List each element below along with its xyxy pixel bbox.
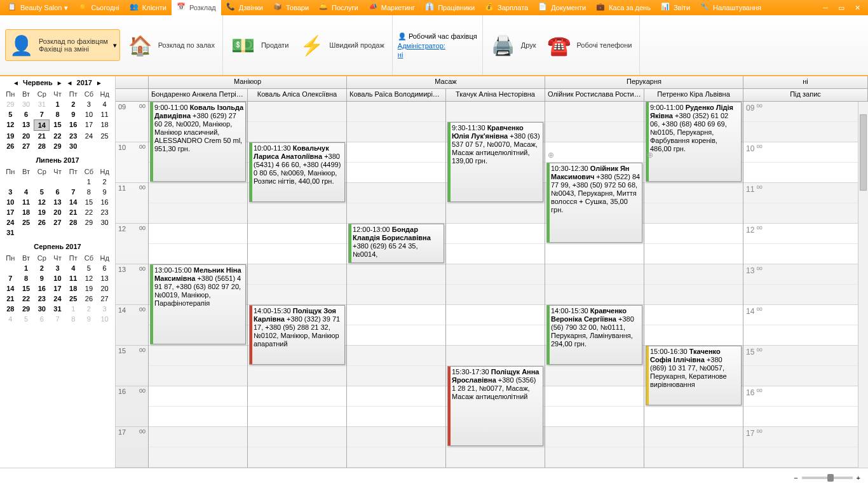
calendar-day[interactable]: 16 bbox=[34, 283, 50, 294]
calendar-day[interactable]: 18 bbox=[18, 207, 34, 217]
calendar-day[interactable]: 11 bbox=[97, 109, 112, 119]
minimize-button[interactable]: ─ bbox=[818, 4, 833, 11]
top-tab-1[interactable]: 👥Клієнти bbox=[125, 0, 172, 15]
top-tab-5[interactable]: 🛎️Послуги bbox=[314, 0, 363, 15]
schedule-by-specialist-button[interactable]: 👤 Розклад по фахівцямФахівці на зміні ▾ bbox=[5, 29, 120, 61]
calendar-day[interactable]: 26 bbox=[3, 141, 18, 151]
calendar-day[interactable]: 3 bbox=[81, 99, 97, 109]
appointment[interactable]: 15:30-17:30 Поліщук Анна Ярославівна +38… bbox=[447, 366, 543, 446]
quick-sell-button[interactable]: ⚡ Швидкий продаж bbox=[296, 30, 387, 60]
calendar-day[interactable]: 21 bbox=[3, 294, 18, 304]
calendar-day[interactable]: 1 bbox=[50, 99, 65, 109]
appointment[interactable]: 10:30-12:30 Олійник Ян Максимович +380 (… bbox=[546, 163, 642, 243]
calendar-day[interactable]: 27 bbox=[50, 217, 65, 227]
calendar-day[interactable]: 6 bbox=[18, 109, 34, 119]
calendar-day[interactable]: 9 bbox=[34, 273, 50, 283]
calendar-day[interactable]: 28 bbox=[65, 217, 81, 227]
month-prev-icon[interactable]: ◄ bbox=[13, 79, 19, 86]
calendar-day[interactable]: 12 bbox=[3, 119, 18, 131]
sell-button[interactable]: 💵 Продати bbox=[228, 30, 291, 60]
calendar-day[interactable]: 29 bbox=[50, 141, 65, 151]
zoom-slider[interactable] bbox=[802, 477, 853, 479]
calendar-day[interactable]: 2 bbox=[34, 263, 50, 273]
calendar-day[interactable]: 6 bbox=[50, 187, 65, 197]
calendar-day[interactable]: 14 bbox=[3, 283, 18, 294]
calendar-day[interactable]: 2 bbox=[97, 177, 112, 187]
day-column[interactable]: 10:30-12:30 Олійник Ян Максимович +380 (… bbox=[545, 102, 644, 468]
calendar-day[interactable]: 28 bbox=[3, 304, 18, 314]
calendar-day[interactable]: 5 bbox=[81, 263, 97, 273]
calendar-day[interactable]: 25 bbox=[18, 217, 34, 227]
calendar-day[interactable]: 9 bbox=[65, 109, 81, 119]
calendar-day[interactable]: 14 bbox=[34, 119, 50, 131]
calendar-day[interactable]: 20 bbox=[18, 131, 34, 141]
calendar-day[interactable]: 30 bbox=[65, 141, 81, 151]
appointment[interactable]: 9:30-11:30 Кравченко Юлія Лук'янівна +38… bbox=[447, 122, 543, 202]
calendar-day[interactable]: 7 bbox=[3, 273, 18, 283]
calendar-day[interactable]: 22 bbox=[18, 294, 34, 304]
calendar-day[interactable]: 4 bbox=[97, 99, 112, 109]
calendar-day[interactable]: 1 bbox=[18, 263, 34, 273]
work-phones-button[interactable]: ☎️ Робочі телефони bbox=[543, 30, 634, 60]
calendar-day[interactable]: 8 bbox=[50, 109, 65, 119]
print-button[interactable]: 🖨️ Друк bbox=[488, 30, 539, 60]
calendar-day[interactable]: 8 bbox=[18, 273, 34, 283]
appointment[interactable]: 14:00-15:30 Кравченко Вероніка Сергіївна… bbox=[546, 305, 642, 365]
day-column[interactable]: 9:00-11:00 Коваль Ізольда Давидівна +380… bbox=[149, 102, 248, 468]
calendar-day[interactable]: 24 bbox=[3, 217, 18, 227]
calendar-day[interactable]: 2 bbox=[65, 99, 81, 109]
top-tab-7[interactable]: 👔Працівники bbox=[420, 0, 480, 15]
calendar-day[interactable]: 21 bbox=[65, 207, 81, 217]
day-column[interactable]: 9:00-11:00 Руденко Лідія Яківна +380 (35… bbox=[644, 102, 743, 468]
calendar-day[interactable]: 25 bbox=[65, 294, 81, 304]
calendar-day[interactable]: 13 bbox=[18, 119, 34, 131]
calendar-day[interactable]: 11 bbox=[65, 273, 81, 283]
calendar-day[interactable]: 1 bbox=[81, 177, 97, 187]
calendar-day[interactable]: 20 bbox=[97, 283, 112, 294]
calendar-day[interactable]: 5 bbox=[34, 187, 50, 197]
calendar-day[interactable]: 19 bbox=[81, 283, 97, 294]
calendar-day[interactable]: 31 bbox=[3, 227, 18, 238]
top-tab-12[interactable]: 🔧Налаштування bbox=[695, 0, 766, 15]
calendar-day[interactable]: 8 bbox=[81, 187, 97, 197]
appointment[interactable]: 15:00-16:30 Ткаченко Софія Іллічівна +38… bbox=[646, 346, 742, 405]
schedule-by-room-button[interactable]: 🏠 Розклад по залах bbox=[125, 30, 217, 60]
calendar-day[interactable]: 24 bbox=[81, 131, 97, 141]
top-tab-2[interactable]: 📅Розклад bbox=[172, 0, 221, 15]
calendar-day[interactable]: 18 bbox=[65, 283, 81, 294]
calendar-day[interactable]: 29 bbox=[18, 304, 34, 314]
calendar-day[interactable]: 15 bbox=[18, 283, 34, 294]
day-column[interactable]: 09 0010 0011 0012 0013 0014 0015 0016 00… bbox=[743, 102, 868, 468]
day-column[interactable]: 9:30-11:30 Кравченко Юлія Лук'янівна +38… bbox=[446, 102, 545, 468]
calendar-day[interactable]: 27 bbox=[97, 294, 112, 304]
calendar-day[interactable]: 14 bbox=[65, 197, 81, 207]
day-column[interactable]: 12:00-13:00 Бондар Клавдія Бориславівна … bbox=[347, 102, 446, 468]
calendar-day[interactable]: 19 bbox=[3, 131, 18, 141]
zoom-out-button[interactable]: − bbox=[794, 474, 797, 482]
appointment[interactable]: 12:00-13:00 Бондар Клавдія Бориславівна … bbox=[348, 224, 444, 263]
calendar-day[interactable]: 3 bbox=[50, 263, 65, 273]
vertical-scrollbar[interactable] bbox=[858, 102, 868, 468]
calendar-day[interactable]: 21 bbox=[34, 131, 50, 141]
top-tab-4[interactable]: 📦Товари bbox=[268, 0, 314, 15]
calendar-day[interactable]: 17 bbox=[50, 283, 65, 294]
appointment[interactable]: 13:00-15:00 Мельник Ніна Максимівна +380… bbox=[150, 264, 246, 344]
calendar-day[interactable]: 31 bbox=[50, 304, 65, 314]
calendar-day[interactable]: 4 bbox=[18, 187, 34, 197]
calendar-day[interactable]: 19 bbox=[34, 207, 50, 217]
admin-value-link[interactable]: ні bbox=[398, 51, 477, 58]
appointment[interactable]: 14:00-15:30 Поліщук Зоя Карлівна +380 (3… bbox=[249, 305, 345, 365]
calendar-day[interactable]: 15 bbox=[50, 119, 65, 131]
calendar-day[interactable]: 3 bbox=[3, 187, 18, 197]
top-tab-9[interactable]: 📄Документи bbox=[533, 0, 591, 15]
calendar-day[interactable]: 29 bbox=[81, 217, 97, 227]
calendar-day[interactable]: 10 bbox=[50, 273, 65, 283]
calendar-day[interactable]: 30 bbox=[97, 217, 112, 227]
calendar-day[interactable]: 22 bbox=[50, 131, 65, 141]
calendar-day[interactable]: 26 bbox=[34, 217, 50, 227]
app-title[interactable]: 📋Beauty Salon ▾ bbox=[3, 0, 73, 15]
calendar-day[interactable]: 16 bbox=[65, 119, 81, 131]
calendar-day[interactable]: 16 bbox=[97, 197, 112, 207]
calendar-day[interactable]: 10 bbox=[81, 109, 97, 119]
calendar-day[interactable]: 5 bbox=[3, 109, 18, 119]
